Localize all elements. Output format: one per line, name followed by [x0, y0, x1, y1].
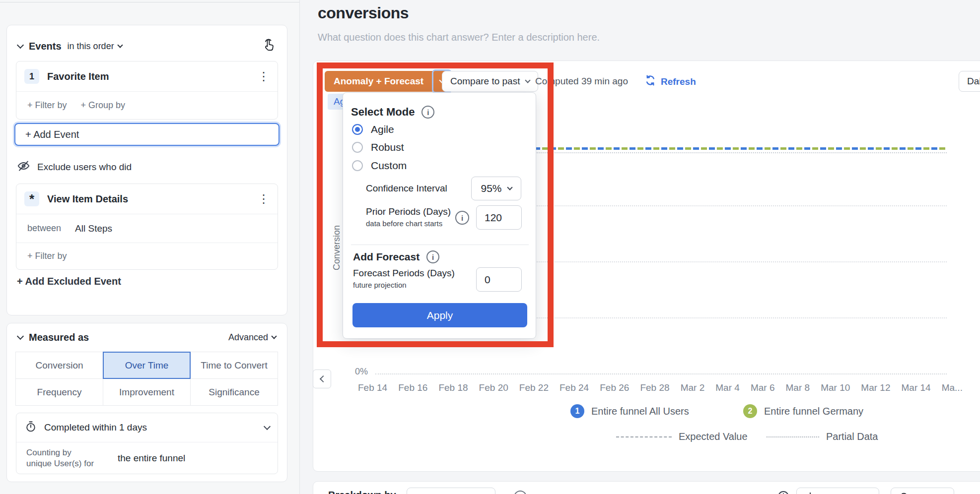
- tab-significance[interactable]: Significance: [190, 378, 278, 406]
- tab-improvement[interactable]: Improvement: [103, 378, 191, 406]
- info-icon[interactable]: i: [514, 491, 527, 494]
- step-actions-row: + Filter by + Group by: [16, 91, 278, 119]
- x-tick: Mar 14: [902, 382, 931, 393]
- breakdown-label: Breakdown by: [328, 490, 396, 494]
- compare-to-past-button[interactable]: Compare to past: [442, 71, 538, 92]
- dotted-line-sample: [767, 436, 819, 437]
- anomaly-forecast-button[interactable]: Anomaly + Forecast: [325, 71, 432, 92]
- mode-radio-robust[interactable]: Robust: [352, 139, 404, 155]
- step-menu-icon[interactable]: ⋮: [258, 70, 270, 82]
- legend-series-1[interactable]: 1 Entire funnel All Users: [570, 404, 689, 418]
- group-by-link[interactable]: + Group by: [81, 100, 126, 111]
- legend-partial-data: Partial Data: [767, 431, 878, 442]
- dashed-line-sample: [616, 436, 672, 437]
- collapse-panel-button[interactable]: [313, 370, 331, 388]
- reorder-hand-icon[interactable]: [261, 38, 276, 55]
- stopwatch-icon: [24, 420, 37, 435]
- excluded-event-row[interactable]: * View Item Details ⋮: [16, 184, 278, 214]
- x-tick: Feb 18: [438, 382, 468, 393]
- forecast-periods-label: Forecast Periods (Days) future projectio…: [353, 267, 455, 291]
- between-steps-dropdown[interactable]: All Steps: [75, 223, 112, 234]
- chevron-down-icon[interactable]: [264, 423, 271, 430]
- events-panel: Events in this order 1 Favorite Item: [6, 25, 287, 315]
- apply-button[interactable]: Apply: [352, 303, 527, 327]
- x-tick: Feb 28: [640, 382, 669, 393]
- tab-over-time[interactable]: Over Time: [103, 352, 191, 379]
- step-number-badge: 1: [24, 69, 39, 84]
- x-tick: Mar 12: [861, 382, 890, 393]
- step-event-name[interactable]: Favorite Item: [47, 71, 109, 82]
- funnel-step-row[interactable]: 1 Favorite Item ⋮: [16, 62, 278, 91]
- breakdown-top-select[interactable]: Top 8 (Default): [407, 488, 495, 494]
- tab-time-to-convert[interactable]: Time to Convert: [190, 352, 278, 379]
- forecast-periods-input[interactable]: [476, 267, 522, 292]
- measured-as-panel: Measured as Advanced Conversion Over Tim…: [6, 323, 287, 482]
- anomaly-forecast-split-button: Anomaly + Forecast: [325, 71, 450, 92]
- between-label: between: [27, 223, 61, 234]
- info-icon[interactable]: i: [426, 250, 439, 263]
- radio-icon[interactable]: [352, 160, 363, 171]
- info-icon[interactable]: i: [455, 211, 469, 225]
- collapse-events-icon[interactable]: [17, 41, 24, 48]
- add-excluded-event-button[interactable]: + Add Excluded Event: [17, 276, 121, 287]
- tab-frequency[interactable]: Frequency: [15, 378, 103, 406]
- report-description-placeholder[interactable]: What question does this chart answer? En…: [318, 32, 600, 43]
- x-tick: Ma...: [942, 382, 963, 393]
- x-tick: Feb 14: [358, 382, 387, 393]
- refresh-button[interactable]: Refresh: [644, 74, 696, 89]
- interval-daily-button[interactable]: Daily: [959, 71, 980, 92]
- export-csv-button[interactable]: Export CSV: [796, 488, 879, 494]
- prior-periods-input[interactable]: [476, 205, 522, 230]
- advanced-dropdown[interactable]: Advanced: [228, 332, 276, 343]
- excluded-event-card[interactable]: * View Item Details ⋮ between All Steps …: [16, 184, 278, 270]
- legend-series-2[interactable]: 2 Entire funnel Germany: [743, 404, 863, 418]
- counting-by-label: Counting by unique User(s) for: [26, 447, 106, 469]
- x-tick: Feb 22: [519, 382, 549, 393]
- excluded-between-row: between All Steps: [16, 214, 278, 243]
- series-1-badge: 1: [570, 404, 584, 418]
- info-icon[interactable]: i: [421, 106, 434, 119]
- events-panel-header: Events in this order: [18, 38, 276, 54]
- conversion-window-card: Completed within 1 days Counting by uniq…: [16, 413, 278, 474]
- collapse-measured-icon[interactable]: [17, 332, 24, 339]
- excluded-filter-by-link[interactable]: + Filter by: [27, 251, 67, 261]
- chevron-down-icon: [271, 333, 277, 339]
- excluded-filter-row: + Filter by: [16, 243, 278, 269]
- add-forecast-header: Add Forecast i: [353, 250, 439, 263]
- search-button[interactable]: Search: [891, 488, 954, 494]
- x-tick: Mar 4: [715, 382, 740, 393]
- x-tick: Feb 20: [479, 382, 508, 393]
- legend-expected-value: Expected Value: [616, 431, 748, 442]
- chevron-down-icon: [507, 185, 512, 190]
- measured-as-header: Measured as Advanced: [18, 329, 276, 345]
- filter-by-link[interactable]: + Filter by: [27, 100, 67, 111]
- measured-as-title: Measured as: [29, 332, 89, 343]
- computed-timestamp: Computed 39 min ago: [535, 76, 628, 87]
- measurement-tabs: Conversion Over Time Time to Convert Fre…: [16, 352, 278, 405]
- counting-scope-dropdown[interactable]: the entire funnel: [118, 453, 185, 464]
- excluded-event-name[interactable]: View Item Details: [47, 193, 128, 205]
- anomaly-settings-popup: Select Mode i Agile Robust Custom Confid…: [343, 92, 536, 339]
- tab-conversion[interactable]: Conversion: [15, 352, 103, 379]
- x-tick: Mar 10: [821, 382, 850, 393]
- mode-radio-agile[interactable]: Agile: [352, 122, 394, 137]
- chevron-left-icon: [319, 375, 326, 382]
- confidence-interval-select[interactable]: 95%: [471, 177, 521, 200]
- x-tick: Mar 6: [751, 382, 775, 393]
- x-tick: Feb 16: [398, 382, 427, 393]
- x-tick: Mar 8: [786, 382, 810, 393]
- series-2-badge: 2: [743, 404, 757, 418]
- excluded-menu-icon[interactable]: ⋮: [258, 193, 270, 205]
- confidence-interval-label: Confidence Interval: [366, 183, 447, 194]
- mode-radio-custom[interactable]: Custom: [352, 158, 407, 174]
- radio-icon[interactable]: [352, 142, 363, 153]
- funnel-step-card[interactable]: 1 Favorite Item ⋮ + Filter by + Group by: [16, 61, 278, 120]
- report-title[interactable]: conversions: [318, 4, 409, 22]
- clock-icon[interactable]: [776, 490, 790, 494]
- radio-selected-icon[interactable]: [352, 124, 363, 135]
- completed-within-row[interactable]: Completed within 1 days: [16, 413, 278, 442]
- add-event-button[interactable]: + Add Event: [14, 123, 280, 146]
- sidebar-top-divider: [0, 2, 299, 2]
- x-tick: Feb 26: [600, 382, 629, 393]
- event-order-dropdown[interactable]: in this order: [68, 41, 122, 52]
